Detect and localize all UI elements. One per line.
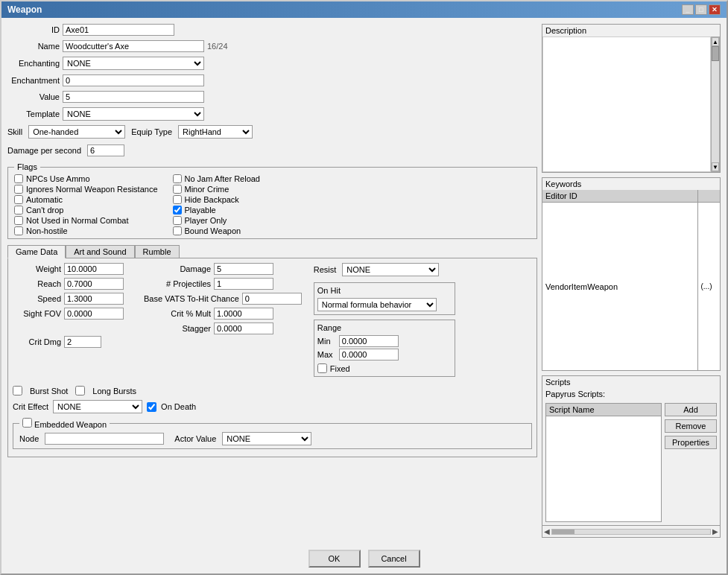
scroll-track: [551, 529, 711, 535]
properties-script-button[interactable]: Properties: [665, 436, 717, 449]
embedded-weapon-legend: Embedded Weapon: [19, 418, 110, 429]
range-max-label: Max: [317, 350, 336, 359]
cancel-button[interactable]: Cancel: [368, 550, 420, 568]
value-input[interactable]: [63, 91, 204, 103]
remove-script-button[interactable]: Remove: [665, 419, 717, 433]
on-hit-select[interactable]: Normal formula behavior: [317, 298, 437, 311]
long-bursts-checkbox[interactable]: [75, 386, 85, 395]
flag-non-hostile: Non-hostile: [14, 226, 158, 235]
hide-backpack-label: Hide Backpack: [185, 195, 239, 204]
minor-crime-checkbox[interactable]: [173, 185, 182, 194]
not-used-normal-checkbox[interactable]: [14, 216, 23, 225]
stagger-label: Stagger: [144, 324, 211, 333]
fixed-checkbox[interactable]: [317, 363, 327, 373]
title-bar: Weapon _ □ ✕: [1, 1, 727, 18]
range-min-label: Min: [317, 337, 336, 346]
crit-effect-label: Crit Effect: [13, 402, 48, 411]
flag-playable: Playable: [173, 206, 261, 215]
speed-row: Speed: [13, 293, 132, 305]
scroll-left-arrow[interactable]: ◀: [544, 527, 550, 536]
flag-cant-drop: Can't drop: [14, 206, 158, 215]
keywords-title: Keywords: [542, 178, 720, 190]
enchantment-label: Enchantment: [7, 76, 60, 85]
weight-input[interactable]: [64, 263, 124, 275]
automatic-label: Automatic: [26, 195, 63, 204]
reach-input[interactable]: [64, 278, 124, 290]
damage-input[interactable]: [214, 263, 273, 275]
on-hit-box: On Hit Normal formula behavior: [314, 282, 455, 315]
sight-fov-label: Sight FOV: [13, 309, 61, 318]
tab-game-data[interactable]: Game Data: [7, 245, 66, 258]
equip-type-select[interactable]: RightHand: [178, 125, 253, 139]
close-button[interactable]: ✕: [709, 4, 721, 15]
flag-ignores-normal: Ignores Normal Weapon Resistance: [14, 185, 158, 194]
add-script-button[interactable]: Add: [665, 403, 717, 416]
embedded-weapon-fieldset: Embedded Weapon Node Actor Value NONE: [13, 418, 532, 449]
enchanting-select[interactable]: NONE: [63, 57, 204, 70]
speed-input[interactable]: [64, 293, 124, 305]
stagger-input[interactable]: [214, 323, 273, 334]
stagger-row: Stagger: [144, 323, 302, 334]
name-counter: 16/24: [207, 42, 228, 51]
scripts-title: Scripts: [542, 376, 720, 388]
scripts-list: Script Name: [545, 403, 662, 522]
description-textarea[interactable]: [542, 36, 711, 172]
range-min-input[interactable]: [339, 335, 399, 347]
bound-weapon-checkbox[interactable]: [173, 226, 182, 235]
ignores-normal-checkbox[interactable]: [14, 185, 23, 194]
npcs-use-ammo-checkbox[interactable]: [14, 174, 23, 183]
crit-mult-input[interactable]: [214, 308, 273, 320]
playable-checkbox[interactable]: [173, 206, 182, 215]
ok-button[interactable]: OK: [308, 550, 361, 568]
range-min-row: Min: [317, 335, 452, 347]
script-name-col-header: Script Name: [546, 404, 661, 416]
on-death-checkbox[interactable]: [147, 402, 156, 412]
hide-backpack-checkbox[interactable]: [173, 195, 182, 204]
player-only-label: Player Only: [185, 216, 227, 225]
flag-automatic: Automatic: [14, 195, 158, 204]
damage-per-second-input[interactable]: [87, 144, 124, 156]
scroll-down-btn[interactable]: ▼: [712, 162, 719, 171]
keywords-section: Keywords Editor ID VendorItemWeapon (...…: [542, 177, 721, 371]
template-row: Template NONE: [7, 107, 537, 121]
node-row: Node Actor Value NONE: [19, 432, 525, 445]
player-only-checkbox[interactable]: [173, 216, 182, 225]
sight-fov-input[interactable]: [64, 308, 124, 320]
title-bar-buttons: _ □ ✕: [682, 4, 721, 15]
burst-shot-checkbox[interactable]: [13, 386, 22, 395]
resist-select[interactable]: NONE: [342, 263, 439, 276]
on-death-label: On Death: [161, 402, 196, 411]
left-panel: ID Name 16/24 Enchanting NONE Enchantmen…: [7, 24, 537, 538]
crit-effect-select[interactable]: NONE: [53, 400, 142, 413]
automatic-checkbox[interactable]: [14, 195, 23, 204]
name-label: Name: [7, 42, 60, 51]
keyword-row-vendor: VendorItemWeapon (...): [542, 203, 720, 371]
flags-right-col: No Jam After Reload Minor Crime Hide Bac…: [173, 174, 261, 235]
enchantment-input[interactable]: [63, 74, 204, 86]
tab-rumble[interactable]: Rumble: [135, 245, 180, 258]
node-input[interactable]: [45, 433, 164, 445]
actor-value-select[interactable]: NONE: [222, 432, 311, 445]
minimize-button[interactable]: _: [682, 4, 694, 15]
scroll-up-btn[interactable]: ▲: [712, 37, 719, 46]
reach-row: Reach: [13, 278, 132, 290]
crit-dmg-input[interactable]: [64, 336, 101, 348]
maximize-button[interactable]: □: [695, 4, 707, 15]
tabs-container: Game Data Art and Sound Rumble Weight: [7, 245, 537, 457]
projectiles-input[interactable]: [214, 278, 273, 290]
cant-drop-checkbox[interactable]: [14, 206, 23, 215]
range-max-input[interactable]: [339, 349, 399, 360]
name-input[interactable]: [63, 40, 204, 52]
window-title: Weapon: [7, 4, 42, 15]
base-vats-input[interactable]: [242, 293, 302, 305]
non-hostile-checkbox[interactable]: [14, 226, 23, 235]
template-select[interactable]: NONE: [63, 107, 204, 121]
cant-drop-label: Can't drop: [26, 206, 63, 215]
tab-art-and-sound[interactable]: Art and Sound: [66, 245, 134, 258]
projectiles-label: # Projectiles: [144, 279, 211, 288]
scroll-right-arrow[interactable]: ▶: [712, 527, 718, 536]
no-jam-checkbox[interactable]: [173, 174, 182, 183]
skill-select[interactable]: One-handed: [28, 125, 125, 139]
id-input[interactable]: [63, 24, 174, 36]
embedded-weapon-checkbox[interactable]: [22, 418, 32, 428]
